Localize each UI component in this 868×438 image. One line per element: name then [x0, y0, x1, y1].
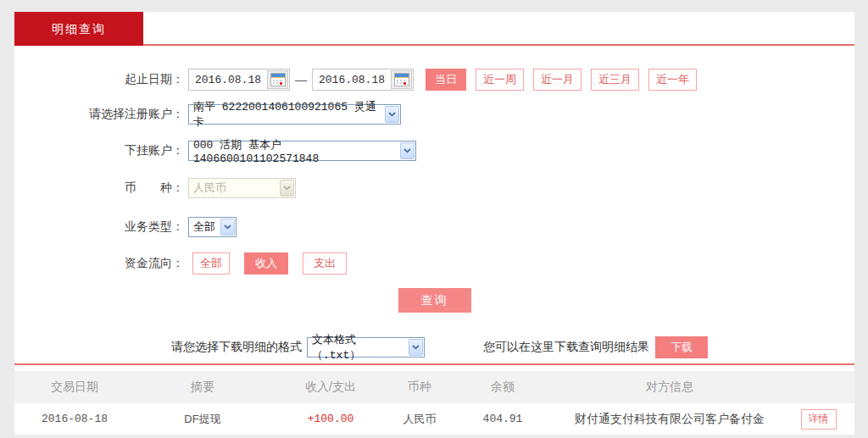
- cell-currency: 人民币: [391, 412, 448, 427]
- currency-row: 币 种： 人民币: [14, 178, 854, 198]
- tab-detail-query[interactable]: 明细查询: [14, 12, 143, 46]
- date-range-label: 起止日期：: [14, 72, 184, 87]
- cell-action: 详情: [782, 409, 854, 430]
- chevron-down-icon[interactable]: [400, 142, 415, 159]
- table-row: 2016-08-18 DF提现 +100.00 人民币 404.91 财付通支付…: [14, 403, 854, 435]
- date-range-row: 起止日期： 2016.08.18: [14, 69, 854, 91]
- cell-counterparty: 财付通支付科技有限公司客户备付金: [557, 412, 782, 427]
- business-type-row: 业务类型： 全部: [14, 217, 854, 237]
- download-button[interactable]: 下载: [655, 336, 708, 358]
- quick-range-today-button[interactable]: 当日: [426, 69, 466, 91]
- fund-flow-label: 资金流向：: [14, 256, 184, 271]
- business-type-label: 业务类型：: [14, 219, 184, 235]
- registered-account-label: 请选择注册账户：: [14, 107, 184, 122]
- download-format-value: 文本格式（.txt）: [312, 332, 403, 363]
- end-date-value: 2016.08.18: [313, 74, 391, 86]
- business-type-value: 全部: [193, 219, 215, 235]
- sub-account-row: 下挂账户： 000 活期 基本户 1406600101102571848: [14, 141, 854, 161]
- sub-account-label: 下挂账户：: [14, 143, 184, 158]
- currency-select-disabled: 人民币: [188, 178, 296, 198]
- currency-label: 币 种：: [14, 180, 184, 196]
- registered-account-value: 南平 6222001406100921065 灵通卡: [193, 99, 380, 130]
- quick-range-month-button[interactable]: 近一月: [533, 69, 581, 91]
- header-counterparty: 对方信息: [557, 380, 782, 395]
- cell-trade-date: 2016-08-18: [14, 413, 135, 425]
- quick-range-year-button[interactable]: 近一年: [648, 69, 697, 91]
- calendar-icon[interactable]: [391, 70, 412, 89]
- header-income-expense: 收入/支出: [270, 380, 391, 395]
- query-form: 起止日期： 2016.08.18: [14, 46, 854, 435]
- table-header-row: 交易日期 摘要 收入/支出 币种 余额 对方信息: [14, 371, 854, 403]
- download-hint-text: 您可以在这里下载查询明细结果: [483, 340, 649, 355]
- business-type-select[interactable]: 全部: [188, 217, 236, 237]
- end-date-input[interactable]: 2016.08.18: [312, 69, 414, 91]
- chevron-down-icon[interactable]: [220, 219, 235, 236]
- fund-flow-row: 资金流向： 全部 收入 支出: [14, 252, 854, 274]
- chevron-down-icon[interactable]: [385, 106, 399, 123]
- header-trade-date: 交易日期: [14, 380, 135, 395]
- table-top-divider: [14, 363, 854, 365]
- flow-income-button[interactable]: 收入: [244, 252, 288, 274]
- flow-expense-button[interactable]: 支出: [303, 252, 347, 274]
- chevron-down-icon[interactable]: [409, 339, 423, 356]
- detail-query-panel: 明细查询 起止日期： 2016.08.18: [14, 12, 854, 435]
- quick-range-quarter-button[interactable]: 近三月: [591, 69, 639, 91]
- quick-range-week-button[interactable]: 近一周: [476, 69, 524, 91]
- header-currency: 币种: [391, 380, 448, 395]
- registered-account-select[interactable]: 南平 6222001406100921065 灵通卡: [188, 104, 401, 125]
- start-date-value: 2016.08.18: [189, 74, 267, 86]
- cell-summary: DF提现: [135, 412, 270, 427]
- date-separator: —: [295, 73, 307, 86]
- header-balance: 余额: [448, 380, 557, 395]
- sub-account-value: 000 活期 基本户 1406600101102571848: [193, 137, 395, 165]
- download-format-select[interactable]: 文本格式（.txt）: [307, 337, 425, 358]
- query-button[interactable]: 查询: [398, 288, 471, 313]
- registered-account-row: 请选择注册账户： 南平 6222001406100921065 灵通卡: [14, 104, 854, 125]
- download-format-label: 请您选择下载明细的格式: [171, 340, 302, 355]
- chevron-down-icon: [280, 180, 294, 197]
- sub-account-select[interactable]: 000 活期 基本户 1406600101102571848: [188, 141, 416, 161]
- tab-bar: 明细查询: [14, 12, 854, 46]
- download-row: 请您选择下载明细的格式 文本格式（.txt） 您可以在这里下载查询明细结果 下载: [14, 335, 854, 359]
- detail-button[interactable]: 详情: [801, 409, 837, 430]
- flow-all-button[interactable]: 全部: [192, 252, 230, 274]
- cell-amount: +100.00: [270, 413, 391, 425]
- calendar-icon[interactable]: [267, 70, 288, 89]
- cell-balance: 404.91: [448, 413, 557, 425]
- currency-value: 人民币: [193, 180, 226, 196]
- start-date-input[interactable]: 2016.08.18: [188, 69, 290, 91]
- header-summary: 摘要: [135, 380, 270, 395]
